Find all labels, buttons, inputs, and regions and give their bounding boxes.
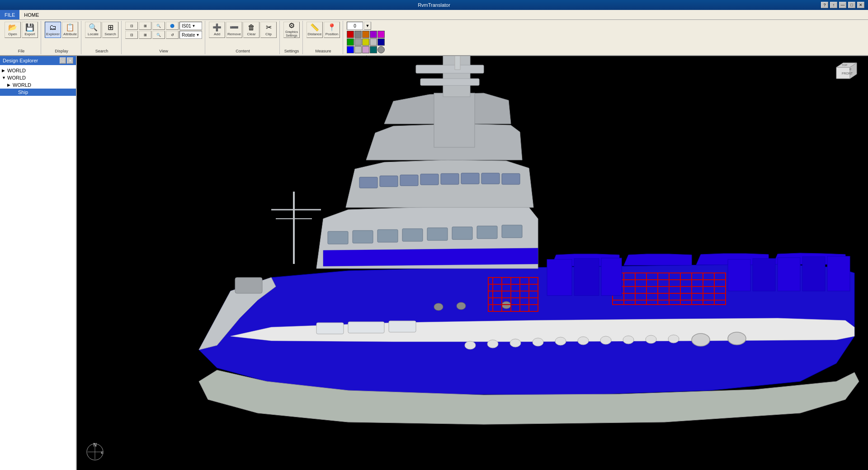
svg-rect-26 — [359, 177, 377, 188]
iso-dropdown-arrow: ▼ — [192, 24, 196, 28]
color-swatch-green[interactable] — [347, 38, 354, 46]
menu-bar: FILE HOME — [0, 10, 868, 20]
svg-text:TOP: TOP — [842, 64, 847, 66]
open-button[interactable]: 📂 Open — [5, 22, 21, 38]
view-row-2: ⊡ ⊞ 🔍 ↺ Rotate ▼ — [125, 31, 202, 39]
view-btn-1[interactable]: ⊡ — [125, 22, 138, 30]
toolbar-measure-group: 📏 Distance 📍 Position Measure — [304, 21, 343, 54]
color-swatch-dark-gray[interactable] — [354, 31, 362, 38]
tree-item-world-1[interactable]: ▶ WORLD — [0, 67, 76, 74]
rotate-dropdown[interactable]: Rotate ▼ — [179, 31, 202, 39]
close-button[interactable]: ✕ — [857, 2, 864, 8]
view-btn-3[interactable]: 🔍 — [152, 22, 165, 30]
maximize-button[interactable]: □ — [848, 2, 855, 8]
color-swatch-purple[interactable] — [370, 31, 377, 38]
iso-dropdown[interactable]: IS01 ▼ — [179, 22, 202, 30]
view-btn-4[interactable]: 🔵 — [166, 22, 179, 30]
view-controls: ⊡ ⊞ 🔍 🔵 IS01 ▼ ⊡ ⊞ 🔍 ↺ Rotate ▼ — [125, 22, 202, 39]
distance-button[interactable]: 📏 Distance — [307, 22, 323, 38]
attribute-label: Attribute — [63, 32, 77, 36]
clear-label: Clear — [247, 32, 255, 36]
svg-point-9 — [668, 335, 679, 343]
view-cube-svg: FRONT TOP R — [832, 61, 863, 88]
locate-button[interactable]: 🔍 Locate — [85, 22, 101, 38]
svg-rect-15 — [316, 323, 344, 334]
panel-close-button[interactable]: ✕ — [67, 57, 73, 64]
position-button[interactable]: 📍 Position — [324, 22, 340, 38]
view-btn-5[interactable]: ⊡ — [125, 31, 138, 39]
view-btn-7[interactable]: 🔍 — [152, 31, 165, 39]
locate-label: Locate — [88, 32, 99, 36]
svg-rect-28 — [400, 175, 418, 186]
3d-viewport[interactable]: N E FRONT TOP R — [77, 56, 868, 470]
color-swatch-circle[interactable] — [377, 46, 385, 53]
svg-rect-25 — [502, 225, 522, 238]
tree-item-world-2[interactable]: ▼ WORLD — [0, 74, 76, 81]
search-button[interactable]: ⊞ Search — [102, 22, 118, 38]
svg-point-4 — [555, 337, 566, 345]
title-bar: RvmTranslator ? ↑ — □ ✕ — [0, 0, 868, 10]
search-label: Search — [104, 32, 116, 36]
color-swatch-red[interactable] — [347, 31, 354, 38]
color-swatch-gray2[interactable] — [354, 46, 362, 53]
color-swatch-pink[interactable] — [362, 46, 369, 53]
help-button[interactable]: ? — [821, 2, 828, 8]
iso-value: IS01 — [182, 24, 191, 28]
color-swatch-bright-purple[interactable] — [377, 31, 385, 38]
export-button[interactable]: 💾 Export — [22, 22, 38, 38]
add-button[interactable]: ➕ Add — [209, 22, 225, 38]
open-icon: 📂 — [8, 24, 17, 31]
tree-item-world-3[interactable]: ▶ WORLD — [0, 81, 76, 89]
file-buttons: 📂 Open 💾 Export — [5, 22, 38, 38]
view-cube[interactable]: FRONT TOP R — [832, 61, 863, 88]
rotate-label: Rotate — [182, 33, 195, 38]
content-buttons: ➕ Add ➖ Remove 🗑 Clear ✂ Clip — [209, 22, 277, 38]
svg-rect-22 — [427, 228, 448, 240]
panel-title-buttons: □ ✕ — [60, 57, 73, 64]
rotate-dropdown-arrow: ▼ — [196, 33, 199, 37]
toolbar-content-group: ➕ Add ➖ Remove 🗑 Clear ✂ Clip Content — [206, 21, 280, 54]
tree-arrow-1: ▶ — [2, 68, 7, 73]
svg-rect-29 — [420, 174, 439, 185]
svg-rect-33 — [502, 174, 520, 184]
graphics-settings-button[interactable]: ⚙ Graphics Settings — [283, 22, 300, 38]
color-swatch-blue[interactable] — [347, 46, 354, 53]
svg-rect-37 — [420, 79, 479, 85]
explorer-button[interactable]: 🗂 Explorer — [45, 22, 61, 38]
menu-file[interactable]: FILE — [0, 10, 19, 19]
color-num-arrow[interactable]: ▼ — [364, 22, 371, 30]
view-btn-2[interactable]: ⊞ — [139, 22, 151, 30]
up-button[interactable]: ↑ — [830, 2, 837, 8]
svg-point-2 — [510, 339, 521, 347]
color-swatch-teal[interactable] — [370, 46, 377, 53]
toolbar-search-group: 🔍 Locate ⊞ Search Search — [82, 21, 122, 54]
minimize-button[interactable]: — — [839, 2, 846, 8]
color-controls: ▼ — [347, 22, 385, 53]
color-swatch-dark-blue[interactable] — [377, 38, 385, 46]
color-swatch-mid-gray[interactable] — [354, 38, 362, 46]
svg-rect-21 — [402, 229, 423, 241]
color-swatch-orange[interactable] — [362, 31, 369, 38]
tree-item-ship[interactable]: Ship — [0, 89, 76, 96]
toolbar: 📂 Open 💾 Export File 🗂 Explorer 📋 Attrib… — [0, 20, 868, 56]
toolbar-settings-group: ⚙ Graphics Settings Settings — [281, 21, 303, 54]
panel-restore-button[interactable]: □ — [60, 57, 66, 64]
color-swatch-light-gray[interactable] — [370, 38, 377, 46]
clear-button[interactable]: 🗑 Clear — [243, 22, 259, 38]
position-icon: 📍 — [327, 24, 336, 31]
color-number-input[interactable] — [347, 22, 363, 30]
view-btn-6[interactable]: ⊞ — [139, 31, 151, 39]
svg-rect-17 — [389, 321, 416, 332]
tree-label-3: WORLD — [13, 82, 31, 88]
menu-home[interactable]: HOME — [19, 10, 43, 19]
color-swatch-yellow[interactable] — [362, 38, 369, 46]
clip-button[interactable]: ✂ Clip — [260, 22, 277, 38]
tree-view: ▶ WORLD ▼ WORLD ▶ WORLD Ship — [0, 65, 76, 470]
view-btn-8[interactable]: ↺ — [166, 31, 179, 39]
search-icon: ⊞ — [108, 24, 113, 31]
distance-icon: 📏 — [310, 24, 319, 31]
attribute-button[interactable]: 📋 Attribute — [62, 22, 78, 38]
clear-icon: 🗑 — [248, 24, 255, 31]
svg-rect-24 — [477, 226, 497, 239]
remove-button[interactable]: ➖ Remove — [226, 22, 242, 38]
